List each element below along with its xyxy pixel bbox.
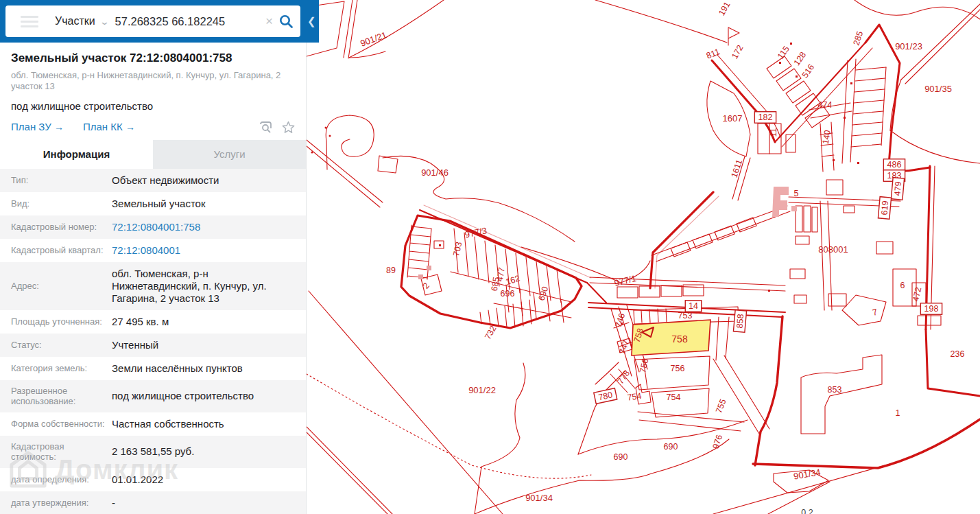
search-icon[interactable] [278, 14, 294, 29]
map-label: 0.2 [801, 508, 813, 514]
search-category-select[interactable]: Участки ⌄ [55, 15, 108, 27]
map-label: 619 [878, 197, 891, 220]
map-label: 2 [421, 281, 431, 290]
row-label: Разрешенное использование: [11, 386, 112, 407]
svg-text:472: 472 [911, 286, 923, 302]
hamburger-menu-icon[interactable] [21, 16, 38, 27]
svg-text:198: 198 [924, 304, 939, 314]
map-label: 472 [911, 286, 923, 302]
map-label: 901/35 [924, 84, 952, 94]
svg-text:128: 128 [792, 50, 808, 67]
svg-text:976: 976 [710, 434, 724, 450]
svg-text:758: 758 [671, 334, 688, 344]
row-label: Категория земель: [11, 363, 112, 374]
row-value: под жилищное строительство [112, 390, 295, 402]
row-label: Кадастровая стоимость: [11, 441, 112, 463]
search-box: Участки ⌄ × [5, 5, 300, 37]
plan-kk-link[interactable]: План КК → [83, 121, 135, 132]
map-label: 5 [794, 189, 799, 198]
search-input[interactable] [115, 15, 260, 28]
svg-text:140: 140 [821, 129, 833, 145]
map-label: 901/34 [525, 493, 553, 503]
map-label: 236 [951, 349, 965, 359]
map-label: 703 [451, 241, 464, 257]
svg-text:0.2: 0.2 [801, 508, 813, 514]
tab-bar: Информация Услуги [0, 140, 306, 169]
svg-text:14: 14 [689, 301, 698, 311]
map-label: 128 [792, 50, 808, 67]
cadastral-map[interactable]: 901/21191172811115128516285901/23901/354… [307, 0, 980, 514]
map-lines [307, 0, 980, 514]
svg-text:754: 754 [627, 391, 643, 403]
tab-information[interactable]: Информация [0, 140, 153, 169]
preview-on-map-icon[interactable] [259, 121, 272, 133]
plan-zu-link[interactable]: План ЗУ → [11, 121, 64, 132]
map-label: 690 [664, 442, 678, 452]
map-label: 516 [800, 62, 816, 80]
collapse-panel-icon[interactable]: ❮ [307, 15, 316, 27]
map-label: 858 [733, 310, 746, 333]
svg-text:690: 690 [664, 442, 678, 452]
svg-text:901/21: 901/21 [359, 30, 387, 49]
clear-icon[interactable]: × [260, 14, 278, 29]
map-label: 755 [714, 397, 728, 414]
row-label: Кадастровый квартал: [11, 245, 112, 256]
map-label: 6 [900, 281, 905, 290]
svg-text:191: 191 [717, 0, 732, 17]
map-label: 753 [678, 311, 693, 320]
row-value: Земли населённых пунктов [112, 362, 295, 375]
map-label: 901/23 [895, 41, 922, 51]
row-label: дата утверждения: [11, 498, 112, 509]
svg-text:901/46: 901/46 [421, 167, 449, 178]
svg-text:285: 285 [851, 30, 865, 47]
table-row: Вид:Земельный участок [0, 192, 306, 215]
svg-text:703: 703 [451, 241, 464, 257]
table-row: Кадастровый квартал:72:12:0804001 [0, 239, 306, 262]
row-value-link[interactable]: 72:12:0804001:758 [112, 221, 295, 233]
map-label: 486 [883, 159, 905, 171]
map-label: 754 [667, 393, 681, 402]
map-label: 198 [920, 303, 942, 315]
svg-text:756: 756 [671, 364, 685, 373]
row-value: Земельный участок [112, 198, 295, 210]
svg-text:811: 811 [705, 47, 721, 60]
map-label: 778 [616, 369, 632, 386]
map-label: 977/1 [613, 273, 637, 288]
svg-text:1607: 1607 [723, 113, 743, 124]
svg-text:619: 619 [879, 200, 890, 215]
tab-services[interactable]: Услуги [153, 140, 306, 169]
svg-text:753: 753 [678, 311, 693, 320]
svg-text:11: 11 [769, 128, 778, 137]
table-row: Адрес:обл. Тюменская, р-н Нижнетавдински… [0, 262, 306, 310]
map-label: 140 [821, 129, 833, 145]
svg-text:2: 2 [421, 281, 431, 290]
table-row: дата определения:01.01.2022 [0, 468, 306, 491]
map-label: 115 [776, 44, 791, 60]
svg-text:115: 115 [776, 44, 791, 60]
svg-text:755: 755 [714, 397, 728, 414]
svg-text:7: 7 [872, 307, 879, 318]
svg-text:1: 1 [896, 408, 900, 418]
row-value-link[interactable]: 72:12:0804001 [112, 244, 295, 257]
map-label: 7 [872, 307, 879, 318]
map-label: 756 [671, 364, 685, 373]
map-label: 976 [710, 434, 724, 450]
map-label: 901/22 [468, 385, 496, 395]
svg-text:5: 5 [794, 189, 799, 198]
svg-text:182: 182 [758, 113, 773, 122]
table-row: Разрешенное использование:под жилищное с… [0, 380, 306, 412]
svg-text:516: 516 [800, 62, 816, 80]
svg-text:853: 853 [828, 385, 842, 395]
svg-text:901/23: 901/23 [895, 41, 922, 51]
svg-text:977/1: 977/1 [613, 273, 637, 288]
row-value: - [112, 497, 295, 509]
map-label: 901/21 [359, 30, 387, 49]
map-label: 808001 [818, 244, 848, 255]
svg-text:696: 696 [501, 289, 515, 299]
map-label: 696 [501, 289, 515, 299]
map-label: 690 [614, 452, 628, 462]
map-area: 901/21191172811115128516285901/23901/354… [307, 0, 980, 514]
svg-text:754: 754 [667, 393, 681, 402]
parcel-usage: под жилищное строительство [11, 100, 295, 112]
star-icon[interactable] [282, 121, 295, 133]
